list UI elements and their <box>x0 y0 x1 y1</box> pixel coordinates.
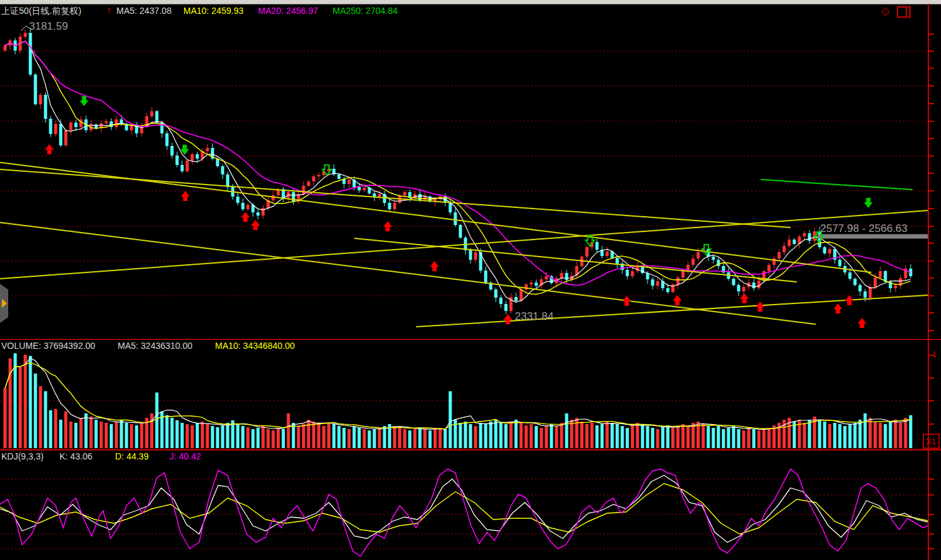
kdj-j-label: J: 40.42 <box>169 451 201 461</box>
ma5-value-label: MA5: 2437.08 <box>116 6 171 16</box>
up-arrow-icon: ↑ <box>106 4 111 16</box>
volume-ma5-label: MA5: 32436310.00 <box>118 341 192 351</box>
volume-unit-badge: X1 <box>923 434 940 449</box>
kdj-d-label: D: 44.39 <box>115 451 149 461</box>
kdj-k-label: K: 43.06 <box>59 451 92 461</box>
ma250-value-label: MA250: 2704.84 <box>333 6 398 16</box>
trough-price-label: 2331.84 <box>515 310 553 323</box>
peak-price-label: 3181.59 <box>29 20 68 33</box>
sidebar-expand-handle[interactable] <box>0 284 8 323</box>
volume-ma10-label: MA10: 34346840.00 <box>215 341 295 351</box>
ma20-value-label: MA20: 2456.97 <box>258 6 318 16</box>
range-price-label: 2577.98 - 2566.63 <box>820 222 907 235</box>
trading-terminal: 上证50(日线.前复权) ↑ MA5: 2437.08 MA10: 2459.9… <box>0 0 941 560</box>
chart-canvas[interactable] <box>0 0 941 560</box>
split-window-icon[interactable] <box>897 6 911 18</box>
expand-arrow-icon <box>2 299 7 308</box>
kdj-name-label: KDJ(9,3,3) <box>1 451 44 461</box>
split-window-icon-divider <box>906 8 907 16</box>
diamond-marker-icon[interactable]: ◇ <box>881 5 890 16</box>
symbol-title: 上证50(日线.前复权) <box>1 6 82 17</box>
ma10-value-label: MA10: 2459.93 <box>183 6 243 16</box>
volume-value-label: VOLUME: 37694392.00 <box>1 341 95 351</box>
volume-axis-scale-label: 1 <box>932 350 937 359</box>
